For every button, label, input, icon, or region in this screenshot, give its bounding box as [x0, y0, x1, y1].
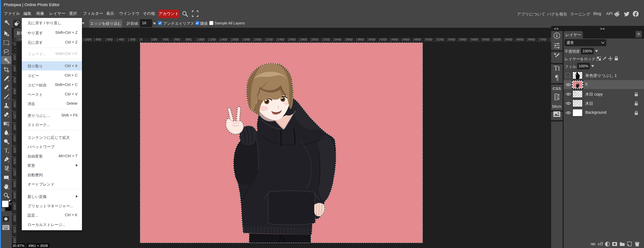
svg-text:Mem: Mem — [552, 104, 562, 109]
svg-text:5800: 5800 — [471, 38, 478, 41]
svg-text:400: 400 — [164, 38, 169, 41]
svg-text:1400: 1400 — [220, 38, 227, 41]
svg-text:0: 0 — [141, 38, 142, 41]
svg-text:2000: 2000 — [13, 158, 16, 165]
svg-text:2800: 2800 — [13, 203, 16, 210]
svg-text:5400: 5400 — [448, 38, 455, 41]
svg-text:1800: 1800 — [13, 146, 16, 153]
svg-text:CSS: CSS — [552, 86, 561, 91]
svg-text:1800: 1800 — [243, 38, 250, 41]
svg-text:2200: 2200 — [13, 169, 16, 176]
svg-text:6400: 6400 — [506, 38, 512, 41]
svg-text:3000: 3000 — [312, 38, 318, 41]
svg-text:3200: 3200 — [323, 38, 330, 41]
svg-text:1000: 1000 — [13, 101, 16, 107]
svg-text:3800: 3800 — [357, 38, 364, 41]
svg-text:6000: 6000 — [483, 38, 490, 41]
svg-text:6600: 6600 — [517, 38, 524, 41]
svg-text:5600: 5600 — [460, 38, 467, 41]
svg-text:1400: 1400 — [13, 123, 16, 130]
svg-text:2600: 2600 — [13, 192, 16, 199]
svg-text:¶: ¶ — [555, 74, 558, 82]
svg-text:1200: 1200 — [209, 38, 216, 41]
svg-text:T: T — [4, 147, 8, 153]
svg-text:200: 200 — [13, 55, 16, 60]
svg-text:2800: 2800 — [300, 38, 307, 41]
svg-text:4000: 4000 — [369, 38, 376, 41]
svg-text:200: 200 — [152, 38, 157, 41]
svg-text:4200: 4200 — [380, 38, 387, 41]
svg-text:800: 800 — [13, 89, 16, 94]
svg-text:600: 600 — [175, 38, 180, 41]
svg-text:2400: 2400 — [13, 181, 16, 187]
svg-text:600: 600 — [13, 78, 16, 83]
svg-text:800: 800 — [186, 38, 192, 41]
svg-text:3000: 3000 — [13, 215, 16, 221]
svg-text:3600: 3600 — [346, 38, 353, 41]
svg-text:3200: 3200 — [13, 226, 16, 233]
svg-text:5000: 5000 — [426, 38, 432, 41]
svg-text:Tt: Tt — [554, 64, 560, 72]
svg-text:1600: 1600 — [232, 38, 239, 41]
svg-text:2600: 2600 — [289, 38, 296, 41]
svg-text:1600: 1600 — [13, 135, 16, 142]
svg-text:5200: 5200 — [437, 38, 444, 41]
svg-text:3400: 3400 — [334, 38, 342, 41]
svg-text:4600: 4600 — [403, 38, 410, 41]
svg-text:6800: 6800 — [528, 38, 535, 41]
svg-text:0: 0 — [13, 43, 16, 45]
svg-text:-1000: -1000 — [84, 38, 92, 41]
svg-text:7000: 7000 — [540, 38, 546, 41]
svg-text:-600: -600 — [106, 38, 113, 41]
svg-text:2200: 2200 — [266, 38, 273, 41]
svg-text:1200: 1200 — [13, 112, 16, 119]
svg-text:4800: 4800 — [414, 38, 421, 41]
svg-text:4400: 4400 — [392, 38, 398, 41]
svg-text:1000: 1000 — [198, 38, 204, 41]
svg-text:6200: 6200 — [494, 38, 501, 41]
svg-text:400: 400 — [13, 66, 16, 72]
svg-text:2000: 2000 — [255, 38, 262, 41]
svg-text:2400: 2400 — [278, 38, 284, 41]
